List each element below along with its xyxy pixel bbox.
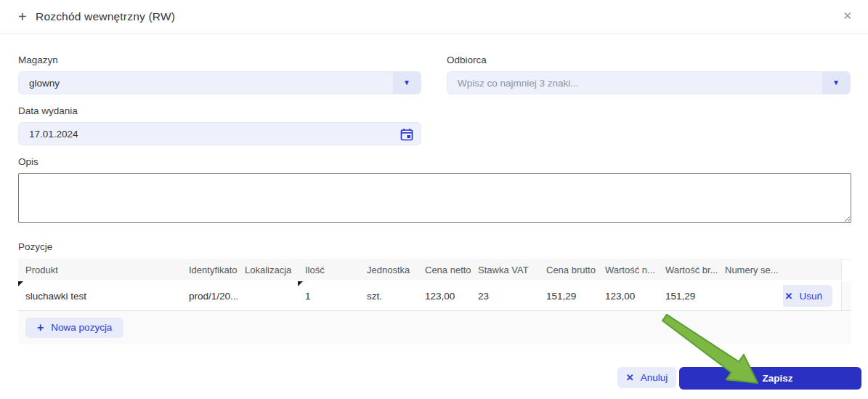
cancel-button[interactable]: ✕ Anuluj bbox=[617, 367, 676, 388]
plus-icon: + bbox=[37, 322, 44, 334]
col-header-lokalizacja: Lokalizacja bbox=[238, 260, 298, 280]
cell-wartosc-brutto: 151,29 bbox=[658, 281, 718, 310]
table-row: sluchawki test prod/1/20... 1 szt. 123,0… bbox=[18, 280, 851, 311]
table-header-gutter bbox=[841, 260, 851, 280]
modal-header: + Rozchód wewnętrzny (RW) ✕ bbox=[0, 0, 868, 34]
cell-identyfikator: prod/1/20... bbox=[182, 281, 238, 310]
cell-wartosc-netto: 123,00 bbox=[598, 281, 658, 310]
edited-cell-marker-icon bbox=[298, 281, 303, 286]
cell-numery-seryjne bbox=[718, 281, 783, 310]
edited-cell-marker-icon bbox=[18, 281, 23, 286]
modal-title: Rozchód wewnętrzny (RW) bbox=[36, 10, 175, 23]
odbiorca-placeholder: Wpisz co najmniej 3 znaki... bbox=[458, 78, 579, 89]
table-row-gutter bbox=[841, 281, 851, 310]
x-icon: ✕ bbox=[626, 372, 634, 383]
col-header-numery-seryjne: Numery se... bbox=[718, 260, 783, 280]
col-header-wartosc-netto: Wartość n... bbox=[598, 260, 658, 280]
odbiorca-select[interactable]: Wpisz co najmniej 3 znaki... ▼ bbox=[447, 71, 851, 94]
col-header-jednostka: Jednostka bbox=[360, 260, 418, 280]
chevron-down-icon: ▼ bbox=[832, 79, 840, 86]
delete-row-button[interactable]: ✕ Usuń bbox=[783, 285, 832, 307]
pozycje-table: Produkt Identyfikator Lokalizacja Ilość … bbox=[18, 259, 851, 344]
col-header-wartosc-brutto: Wartość br... bbox=[658, 260, 718, 280]
cell-stawka-vat: 23 bbox=[471, 281, 539, 310]
opis-label: Opis bbox=[18, 156, 38, 167]
check-icon: ✓ bbox=[748, 373, 756, 384]
data-wydania-input[interactable]: 17.01.2024 bbox=[18, 122, 421, 145]
cell-lokalizacja bbox=[238, 281, 298, 310]
opis-textarea[interactable] bbox=[18, 173, 851, 223]
odbiorca-label: Odbiorca bbox=[447, 55, 487, 65]
cell-actions: ✕ Usuń bbox=[783, 281, 841, 310]
pozycje-label: Pozycje bbox=[18, 241, 52, 252]
magazyn-dropdown-arrow[interactable]: ▼ bbox=[393, 72, 421, 94]
save-button[interactable]: ✓ Zapisz bbox=[679, 367, 861, 390]
cell-cena-netto: 123,00 bbox=[418, 281, 471, 310]
col-header-identyfikator: Identyfikator bbox=[182, 260, 238, 280]
data-wydania-label: Data wydania bbox=[18, 105, 78, 116]
new-item-button[interactable]: + Nowa pozycja bbox=[25, 318, 123, 338]
col-header-produkt: Produkt bbox=[18, 260, 182, 280]
cell-cena-brutto: 151,29 bbox=[539, 281, 598, 310]
col-header-ilosc: Ilość bbox=[298, 260, 360, 280]
col-header-cena-netto: Cena netto bbox=[418, 260, 471, 280]
col-header-actions bbox=[783, 260, 841, 280]
cell-jednostka: szt. bbox=[360, 281, 418, 310]
cell-produkt[interactable]: sluchawki test bbox=[18, 281, 182, 310]
rw-modal: + Rozchód wewnętrzny (RW) ✕ Magazyn glow… bbox=[0, 0, 868, 399]
magazyn-label: Magazyn bbox=[18, 55, 58, 65]
close-icon[interactable]: ✕ bbox=[843, 10, 852, 21]
cell-ilosc[interactable]: 1 bbox=[298, 281, 360, 310]
calendar-icon[interactable] bbox=[400, 128, 413, 141]
odbiorca-dropdown-arrow[interactable]: ▼ bbox=[822, 72, 850, 94]
data-wydania-value: 17.01.2024 bbox=[29, 129, 78, 140]
table-footer: + Nowa pozycja bbox=[18, 311, 851, 344]
magazyn-select[interactable]: glowny ▼ bbox=[18, 71, 421, 94]
col-header-cena-brutto: Cena brutto bbox=[539, 260, 598, 280]
chevron-down-icon: ▼ bbox=[403, 79, 410, 86]
col-header-stawka-vat: Stawka VAT bbox=[471, 260, 539, 280]
table-header-row: Produkt Identyfikator Lokalizacja Ilość … bbox=[18, 259, 851, 280]
magazyn-value: glowny bbox=[29, 78, 60, 89]
x-icon: ✕ bbox=[785, 291, 793, 302]
plus-icon: + bbox=[18, 9, 27, 24]
